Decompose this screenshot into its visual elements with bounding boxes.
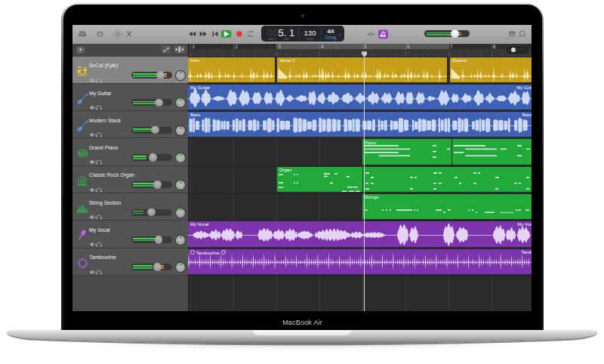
svg-text:◂34: ◂34 — [367, 32, 374, 36]
svg-text:?: ? — [99, 32, 102, 36]
